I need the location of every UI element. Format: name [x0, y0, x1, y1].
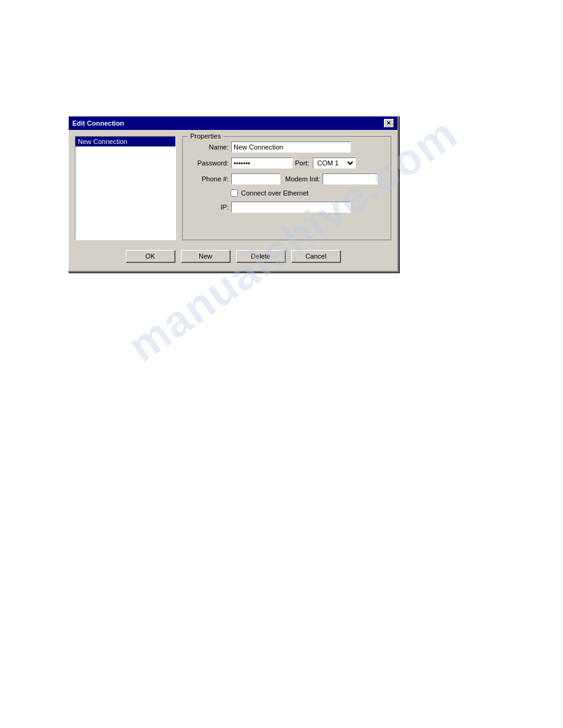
name-input[interactable] [231, 142, 351, 153]
list-item[interactable]: New Connection [75, 137, 175, 146]
password-port-row: Password: Port: COM 1 COM 2 COM 3 COM 4 [189, 157, 385, 169]
port-row: Port: COM 1 COM 2 COM 3 COM 4 [295, 157, 356, 169]
dialog-titlebar: Edit Connection ✕ [69, 116, 397, 130]
delete-button[interactable]: Delete [236, 250, 285, 262]
phone-input[interactable] [231, 173, 280, 184]
connection-list[interactable]: New Connection [75, 136, 176, 240]
name-row: Name: [189, 142, 385, 153]
ok-button[interactable]: OK [126, 250, 175, 262]
modem-init-input[interactable] [323, 173, 378, 184]
edit-connection-dialog: Edit Connection ✕ New Connection Propert… [67, 115, 399, 272]
close-button[interactable]: ✕ [384, 119, 394, 127]
properties-group: Properties Name: Password: Port: CO [182, 136, 391, 240]
modem-init-row: Modem Init: [285, 173, 378, 184]
port-select[interactable]: COM 1 COM 2 COM 3 COM 4 [313, 157, 356, 169]
dialog-body: New Connection Properties Name: Password… [69, 130, 397, 271]
ip-input[interactable] [231, 202, 351, 213]
cancel-button[interactable]: Cancel [291, 250, 340, 262]
dialog-window: Edit Connection ✕ New Connection Propert… [67, 115, 399, 272]
phone-modem-row: Phone #: Modem Init: [189, 173, 385, 184]
password-input[interactable] [231, 157, 293, 169]
dialog-content: New Connection Properties Name: Password… [75, 136, 391, 240]
name-label: Name: [189, 143, 229, 151]
password-label: Password: [189, 159, 229, 167]
ethernet-checkbox-row: Connect over Ethernet [231, 189, 385, 197]
ip-label: IP: [189, 203, 229, 211]
connect-ethernet-label: Connect over Ethernet [241, 189, 308, 197]
port-label: Port: [295, 159, 309, 167]
dialog-title: Edit Connection [72, 119, 124, 127]
phone-label: Phone #: [189, 175, 229, 183]
connect-ethernet-checkbox[interactable] [231, 189, 238, 197]
new-button[interactable]: New [181, 250, 230, 262]
properties-legend: Properties [188, 132, 223, 140]
ip-row: IP: [189, 202, 385, 213]
modem-init-label: Modem Init: [285, 175, 320, 183]
dialog-buttons: OK New Delete Cancel [75, 246, 391, 265]
